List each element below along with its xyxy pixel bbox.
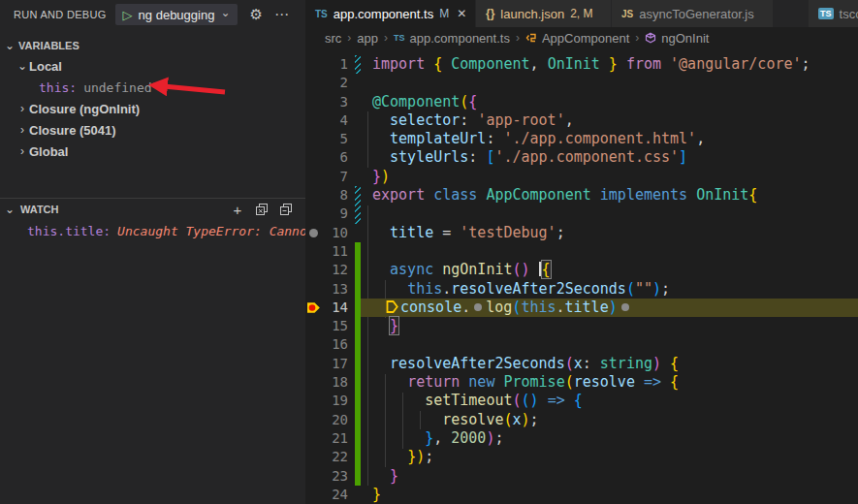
watch-actions: + <box>230 202 305 217</box>
more-actions-icon[interactable]: ⋯ <box>274 6 290 23</box>
code-line-7[interactable]: 7}) <box>305 168 858 186</box>
code-line-10[interactable]: 10 title = 'testDebug'; <box>305 224 858 242</box>
variables-section-header[interactable]: ⌄ VARIABLES <box>0 36 305 55</box>
breadcrumb-item-app-component-ts[interactable]: TSapp.component.ts <box>394 31 510 46</box>
breakpoint-gutter[interactable] <box>305 411 321 429</box>
breakpoint-gutter[interactable] <box>305 74 321 92</box>
chevron-right-icon[interactable]: › <box>16 102 29 115</box>
code-editor[interactable]: 1import { Component, OnInit } from '@ang… <box>305 48 858 504</box>
variable-row[interactable]: this:undefined <box>0 77 305 98</box>
code-line-3[interactable]: 3@Component({ <box>305 93 858 111</box>
code-text: } <box>361 486 858 504</box>
variables-group-closure-ngoninit-[interactable]: ›Closure (ngOnInit) <box>0 98 305 119</box>
variables-tree: ⌄Localthis:undefined›Closure (ngOnInit)›… <box>0 55 305 162</box>
code-line-12[interactable]: 12 async ngOnInit() { <box>305 261 858 279</box>
code-line-22[interactable]: 22 }); <box>305 448 858 466</box>
chevron-down-icon[interactable]: ⌄ <box>16 59 29 73</box>
line-number: 21 <box>321 429 348 448</box>
breakpoint-gutter[interactable] <box>305 486 321 504</box>
code-line-17[interactable]: 17 resolveAfter2Seconds(x: string) { <box>305 355 858 373</box>
code-line-19[interactable]: 19 setTimeout(() => { <box>305 392 858 410</box>
launch-config-dropdown[interactable]: ▷ ng debugging ⌄ <box>115 4 238 25</box>
vscode-debug-window: RUN AND DEBUG ▷ ng debugging ⌄ ⚙ ⋯ ⌄ VAR… <box>0 0 858 504</box>
breakpoint-gutter[interactable] <box>305 93 321 111</box>
breakpoint-gutter[interactable] <box>305 392 321 410</box>
code-line-8[interactable]: 8export class AppComponent implements On… <box>305 186 858 205</box>
breakpoint-gutter[interactable] <box>305 186 321 205</box>
code-line-16[interactable]: 16 <box>305 335 858 354</box>
code-text: templateUrl: './app.component.html', <box>361 130 858 148</box>
inline-breakpoint-dot[interactable] <box>474 303 482 311</box>
code-line-15[interactable]: 15 } <box>305 317 858 335</box>
code-text: } <box>361 467 858 486</box>
watch-section: ⌄ WATCH + this.title: Uncaught TypeError… <box>0 198 305 241</box>
watch-section-header[interactable]: ⌄ WATCH + <box>0 199 305 220</box>
run-and-debug-sidebar: RUN AND DEBUG ▷ ng debugging ⌄ ⚙ ⋯ ⌄ VAR… <box>0 0 305 504</box>
code-line-9[interactable]: 9 <box>305 205 858 223</box>
add-watch-expression-icon[interactable]: + <box>230 202 245 217</box>
chevron-right-icon[interactable]: › <box>16 123 29 137</box>
tab-label: tscon <box>840 7 858 21</box>
breakpoint-icon[interactable] <box>305 224 321 242</box>
variables-group-closure-5041-[interactable]: ›Closure (5041) <box>0 119 305 141</box>
tab-tscon[interactable]: TStscon <box>809 0 858 27</box>
collapse-all-icon[interactable] <box>278 202 294 217</box>
breakpoint-gutter[interactable] <box>305 355 321 373</box>
breakpoint-gutter[interactable] <box>305 111 321 130</box>
variables-group-global[interactable]: ›Global <box>0 141 305 162</box>
code-text: console.log(this.title) <box>361 299 858 317</box>
variables-header-label: VARIABLES <box>18 40 79 51</box>
breadcrumb-item-ngoninit[interactable]: ngOnInit <box>645 31 709 46</box>
code-text: styleUrls: ['./app.component.css'] <box>361 148 858 167</box>
line-number: 9 <box>321 205 348 223</box>
gear-icon[interactable]: ⚙ <box>249 6 262 23</box>
watch-expression-row[interactable]: this.title: Uncaught TypeError: Cannot … <box>0 220 305 241</box>
breadcrumb-item-app[interactable]: app <box>357 31 378 46</box>
breakpoint-gutter[interactable] <box>305 448 321 466</box>
code-line-21[interactable]: 21 }, 2000); <box>305 429 858 448</box>
code-line-5[interactable]: 5 templateUrl: './app.component.html', <box>305 130 858 148</box>
remove-all-watch-expressions-icon[interactable] <box>254 202 270 217</box>
breakpoint-gutter[interactable] <box>305 148 321 167</box>
tab-asynctogenerator-js[interactable]: JSasyncToGenerator.js <box>612 0 774 27</box>
code-line-6[interactable]: 6 styleUrls: ['./app.component.css'] <box>305 148 858 167</box>
code-line-2[interactable]: 2 <box>305 74 858 92</box>
breakpoint-gutter[interactable] <box>305 373 321 392</box>
file-type-icon: JS <box>621 9 633 19</box>
code-text: @Component({ <box>361 93 858 111</box>
code-line-23[interactable]: 23 } <box>305 467 858 486</box>
breakpoint-gutter[interactable] <box>305 280 321 299</box>
breadcrumb-separator: › <box>384 31 388 45</box>
breadcrumb-item-appcomponent[interactable]: AppComponent <box>525 31 629 46</box>
text-cursor <box>539 262 541 276</box>
variables-group-local[interactable]: ⌄Local <box>0 55 305 77</box>
breakpoint-gutter[interactable] <box>305 205 321 223</box>
code-line-14[interactable]: 14console.log(this.title) <box>305 299 858 317</box>
close-tab-icon[interactable]: ✕ <box>457 7 466 20</box>
breakpoint-gutter[interactable] <box>305 168 321 186</box>
breakpoint-gutter[interactable] <box>305 130 321 148</box>
code-line-1[interactable]: 1import { Component, OnInit } from '@ang… <box>305 55 858 74</box>
code-line-13[interactable]: 13 this.resolveAfter2Seconds(""); <box>305 280 858 299</box>
breakpoint-gutter[interactable] <box>305 55 321 74</box>
breadcrumb-label: app.component.ts <box>410 31 510 46</box>
breakpoint-gutter[interactable] <box>305 335 321 354</box>
code-line-4[interactable]: 4 selector: 'app-root', <box>305 111 858 130</box>
tab-launch-json[interactable]: {}launch.json2, M <box>476 0 612 27</box>
start-debugging-icon[interactable]: ▷ <box>123 9 133 21</box>
current-debug-line-icon[interactable] <box>305 299 321 317</box>
code-line-20[interactable]: 20 resolve(x); <box>305 411 858 429</box>
breakpoint-gutter[interactable] <box>305 261 321 279</box>
inline-breakpoint-dot[interactable] <box>621 303 629 311</box>
breakpoint-gutter[interactable] <box>305 429 321 448</box>
breakpoint-gutter[interactable] <box>305 317 321 335</box>
variables-group-label: Local <box>29 59 62 74</box>
breadcrumb-item-src[interactable]: src <box>325 31 341 46</box>
breakpoint-gutter[interactable] <box>305 242 321 261</box>
code-line-11[interactable]: 11 <box>305 242 858 261</box>
chevron-right-icon[interactable]: › <box>16 144 29 158</box>
breakpoint-gutter[interactable] <box>305 467 321 486</box>
code-line-18[interactable]: 18 return new Promise(resolve => { <box>305 373 858 392</box>
code-line-24[interactable]: 24} <box>305 486 858 504</box>
tab-app-component-ts[interactable]: TSapp.component.tsM✕ <box>305 0 476 27</box>
